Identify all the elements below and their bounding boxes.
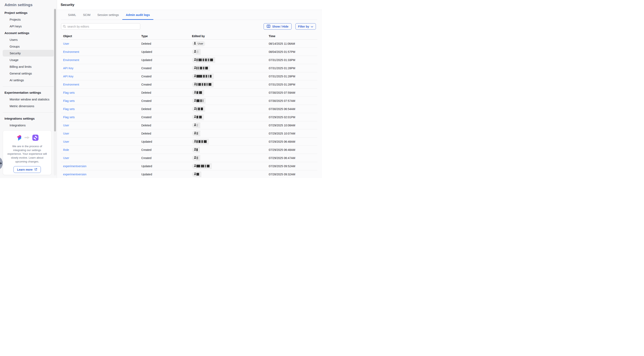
sidebar-item-ai-settings[interactable]: AI settings <box>3 77 54 84</box>
redaction-block <box>198 67 199 70</box>
sidebar-item-api-keys[interactable]: API keys <box>3 23 54 30</box>
edited-by-cell <box>192 82 269 87</box>
show-hide-button[interactable]: Show / Hide <box>264 23 291 30</box>
redacted-editor-name <box>196 49 201 55</box>
time-cell: 08/04/2025 01:57PM <box>269 50 317 54</box>
type-cell: Created <box>141 99 192 102</box>
sidebar-item-usage[interactable]: Usage <box>3 56 54 63</box>
type-cell: Updated <box>141 58 192 62</box>
sidebar-item-groups[interactable]: Groups <box>3 43 54 50</box>
table-row: API KeyCreated07/31/2025 01:28PM <box>61 72 317 80</box>
object-link[interactable]: experimentversion <box>63 173 86 176</box>
redaction-block <box>198 140 200 143</box>
learn-more-button[interactable]: Learn more <box>14 166 41 173</box>
object-link[interactable]: Environment <box>63 83 79 86</box>
redacted-editor-name <box>196 172 201 177</box>
sidebar-item-integrations[interactable]: Integrations <box>3 122 54 128</box>
object-cell: Environment <box>61 50 141 54</box>
tab-admin-audit-logs[interactable]: Admin audit logs <box>122 10 153 20</box>
edited-by-cell <box>192 90 269 96</box>
search-input[interactable] <box>61 23 140 30</box>
sidebar-nav: Project settingsProjectsAPI keysAccount … <box>0 10 57 128</box>
redacted-editor-name <box>196 122 200 128</box>
object-link[interactable]: User <box>63 140 69 143</box>
object-link[interactable]: User <box>63 42 69 45</box>
redaction-block <box>204 140 207 143</box>
sidebar-item-monitor-window-and-statistics[interactable]: Monitor window and statistics <box>3 96 54 103</box>
time-cell: 08/14/2025 11:08AM <box>269 42 317 45</box>
time-cell: 07/30/2025 07:57AM <box>269 99 317 102</box>
arrow-right-icon <box>24 136 30 140</box>
object-link[interactable]: API Key <box>63 75 74 78</box>
edited-by-cell <box>192 106 269 112</box>
redaction-block <box>196 140 198 143</box>
sidebar-scrollbar-thumb[interactable] <box>54 9 56 132</box>
table-header-row: ObjectTypeEdited byTime <box>61 33 317 40</box>
table-row: Flag setsCreated07/29/2025 02:01PM <box>61 113 317 121</box>
object-link[interactable]: Environment <box>63 58 79 62</box>
learn-more-label: Learn more <box>17 168 32 171</box>
type-cell: Updated <box>141 164 192 168</box>
edited-by-cell: User <box>192 41 269 46</box>
redacted-editor-name <box>196 147 200 153</box>
redaction-block <box>201 108 203 110</box>
redaction-block <box>202 83 203 86</box>
redacted-editor-name <box>196 74 214 79</box>
object-link[interactable]: experimentversion <box>63 164 86 168</box>
time-cell: 07/30/2025 07:59AM <box>269 91 317 94</box>
object-cell: Flag sets <box>61 115 141 119</box>
promo-card: We are in the process of integrating our… <box>3 130 52 175</box>
redacted-editor-name <box>196 82 214 87</box>
sidebar-item-general-settings[interactable]: General settings <box>3 70 54 77</box>
object-link[interactable]: User <box>63 124 69 127</box>
table-row: EnvironmentUpdated07/31/2025 01:33PM <box>61 56 317 64</box>
object-link[interactable]: User <box>63 132 69 135</box>
sidebar-section-heading-account-settings: Account settings <box>0 30 57 36</box>
table-row: UserCreated07/29/2025 06:47AM <box>61 154 317 162</box>
object-link[interactable]: Flag sets <box>63 99 75 102</box>
table-row: experimentversionUpdated07/28/2025 09:52… <box>61 162 317 170</box>
sidebar-section-heading-integrations-settings: Integrations settings <box>0 115 57 122</box>
time-cell: 07/29/2025 10:07AM <box>269 132 317 135</box>
table-row: UserDeletedUser08/14/2025 11:08AM <box>61 40 317 48</box>
sidebar-item-billing-and-limits[interactable]: Billing and limits <box>3 63 54 70</box>
sidebar-item-projects[interactable]: Projects <box>3 16 54 23</box>
redacted-editor-name <box>196 57 215 63</box>
redaction-block <box>196 91 198 94</box>
table-row: experimentversionUpdated07/28/2025 09:32… <box>61 170 317 178</box>
split-logo <box>16 134 22 142</box>
sidebar-item-users[interactable]: Users <box>3 36 54 43</box>
edited-by-cell <box>192 57 269 63</box>
object-cell: experimentversion <box>61 164 141 168</box>
tab-scim[interactable]: SCIM <box>80 10 94 20</box>
object-cell: Role <box>61 148 141 152</box>
object-cell: User <box>61 140 141 144</box>
redaction-block <box>196 156 198 159</box>
tab-session-settings[interactable]: Session settings <box>94 10 122 20</box>
object-link[interactable]: Environment <box>63 50 79 54</box>
object-link[interactable]: Flag sets <box>63 107 75 111</box>
table-row: RoleCreated07/29/2025 06:48AM <box>61 146 317 154</box>
sidebar-item-metric-dimensions[interactable]: Metric dimensions <box>3 103 54 110</box>
edited-by-cell <box>192 49 269 55</box>
sidebar-divider <box>3 86 54 86</box>
tab-saml[interactable]: SAML <box>64 10 80 20</box>
redaction-block <box>199 116 202 118</box>
object-link[interactable]: User <box>63 156 69 160</box>
object-link[interactable]: API Key <box>63 66 74 70</box>
sidebar-item-security[interactable]: Security <box>3 50 54 56</box>
filter-by-button[interactable]: Filter by <box>296 23 316 30</box>
editor-name: User <box>198 42 203 45</box>
redaction-block <box>206 83 208 86</box>
object-link[interactable]: Flag sets <box>63 91 75 94</box>
object-link[interactable]: Flag sets <box>63 116 75 119</box>
object-link[interactable]: Role <box>63 148 69 152</box>
edited-by-cell <box>192 163 269 169</box>
type-cell: Updated <box>141 173 192 176</box>
redaction-block <box>198 108 200 110</box>
time-cell: 07/29/2025 02:01PM <box>269 116 317 119</box>
type-cell: Deleted <box>141 42 192 45</box>
type-cell: Deleted <box>141 107 192 111</box>
type-cell: Deleted <box>141 132 192 135</box>
redacted-editor-name <box>196 139 209 144</box>
